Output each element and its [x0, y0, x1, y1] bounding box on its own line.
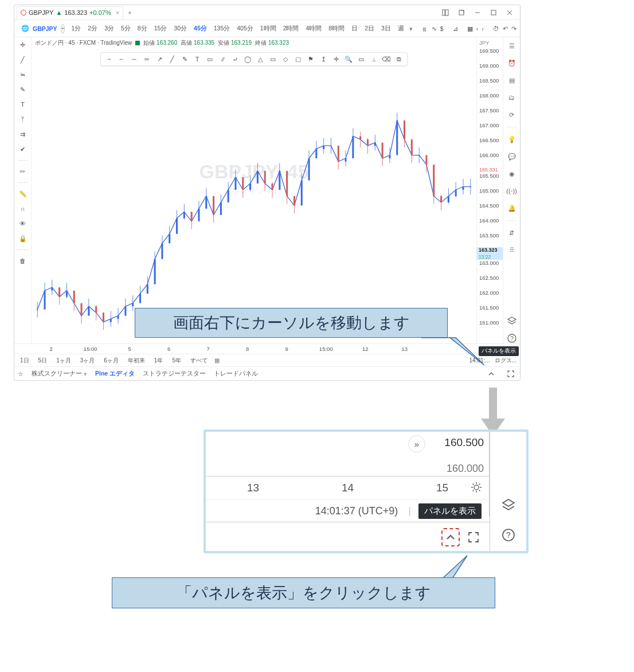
chart-area[interactable]: ポンド／円 · 45 · FXCM · TradingView 始値 163.2…	[32, 37, 476, 343]
flag-icon[interactable]: ⚑	[306, 54, 315, 64]
path-icon[interactable]: ⤾	[230, 54, 240, 64]
star-icon[interactable]: ☆	[18, 370, 24, 377]
new-tab-button[interactable]: +	[123, 9, 136, 16]
fullscreen-icon[interactable]	[505, 369, 516, 379]
tf-2m[interactable]: 2分	[86, 25, 99, 33]
range-5d[interactable]: 5日	[36, 357, 50, 365]
minimize-icon[interactable]	[469, 7, 486, 18]
add-symbol-button[interactable]: +	[61, 24, 65, 33]
pattern-icon[interactable]: ᛘ	[18, 114, 28, 124]
tf-2h[interactable]: 2時間	[281, 25, 301, 33]
indicators-icon[interactable]: ∿	[432, 24, 437, 34]
brush-icon[interactable]: ✎	[18, 84, 28, 95]
range-1d[interactable]: 1日	[18, 357, 32, 365]
alert-icon[interactable]: ⏱	[493, 24, 499, 34]
lock-icon[interactable]: 🔒	[18, 233, 28, 244]
ruler-icon[interactable]: 📏	[18, 189, 28, 199]
compare-icon[interactable]: ⊿	[453, 24, 458, 34]
range-ytd[interactable]: 年初来	[126, 357, 147, 365]
close-tab-icon[interactable]: ×	[116, 9, 119, 16]
rect2-icon[interactable]: ▢	[293, 54, 303, 64]
trendline-icon[interactable]: ╱	[18, 54, 28, 65]
data-icon[interactable]: ⠿	[507, 245, 517, 255]
range-6m[interactable]: 6ヶ月	[101, 357, 121, 365]
tf-3d[interactable]: 3日	[379, 25, 393, 33]
arrow-icon[interactable]: →	[104, 54, 114, 64]
tf-d[interactable]: 日	[350, 25, 359, 33]
dom-icon[interactable]: ⇵	[507, 228, 517, 238]
hline-icon[interactable]: ─	[130, 54, 139, 64]
zoom-icon[interactable]: 🔍	[344, 54, 353, 64]
rect-icon[interactable]: ▭	[268, 54, 277, 64]
eye-icon[interactable]: 👁	[18, 218, 28, 229]
candle-style-icon[interactable]: ⫼	[422, 24, 428, 34]
strategy-tester-tab[interactable]: ストラテジーテスター	[143, 370, 206, 378]
chevron-right-icon[interactable]: ›	[482, 24, 484, 34]
tf-2d[interactable]: 2日	[363, 25, 376, 33]
pencil-icon[interactable]: ✏	[18, 166, 28, 177]
tf-30m[interactable]: 30分	[172, 25, 189, 33]
maximize-icon[interactable]	[486, 7, 502, 18]
trade-panel-tab[interactable]: トレードパネル	[214, 370, 258, 378]
tf-3m[interactable]: 3分	[103, 25, 116, 33]
range-1m[interactable]: 1ヶ月	[54, 357, 73, 365]
alerts-rail-icon[interactable]: ⏰	[507, 58, 517, 68]
ray-icon[interactable]: ↗	[155, 54, 164, 64]
tf-5m[interactable]: 5分	[119, 25, 132, 33]
arrow-left-icon[interactable]: ←	[117, 54, 126, 64]
tf-4h[interactable]: 4時間	[304, 25, 323, 33]
cross-icon[interactable]: ✛	[331, 54, 341, 64]
chart-canvas[interactable]: GBPJPY, 45 ポンド／円	[32, 49, 476, 343]
screener-tab[interactable]: 株式スクリーナー ▾	[32, 370, 87, 378]
range-3m[interactable]: 3ヶ月	[78, 357, 97, 365]
callout-icon[interactable]: ▭	[357, 54, 366, 64]
pine-editor-tab[interactable]: Pine エディタ	[95, 370, 135, 378]
hotlist-icon[interactable]: 🗂	[507, 92, 517, 103]
triangle-icon[interactable]: △	[256, 54, 265, 64]
popout-icon[interactable]	[453, 7, 469, 18]
chevron-left-icon[interactable]: ‹	[476, 24, 479, 34]
tf-405m[interactable]: 405分	[235, 25, 255, 33]
financials-icon[interactable]: $	[440, 24, 444, 34]
browser-tab[interactable]: GBPJPY ▲ 163.323 +0.07% ×	[17, 6, 123, 19]
line-icon[interactable]: ╱	[167, 54, 177, 64]
range-all[interactable]: すべて	[188, 357, 210, 365]
chat-icon[interactable]: 💬	[507, 151, 517, 162]
comment-icon[interactable]: ▭	[205, 54, 214, 64]
watchlist-icon[interactable]: ☰	[507, 41, 517, 51]
tf-45m[interactable]: 45分	[192, 25, 209, 33]
layout-icon[interactable]	[437, 7, 453, 18]
log-scale-text[interactable]: ログス...	[495, 357, 516, 365]
undo-icon[interactable]: ↶	[503, 24, 508, 34]
close-window-icon[interactable]	[502, 7, 518, 18]
zoom-fullscreen-icon[interactable]	[465, 529, 482, 545]
zoom-panel-expand-button[interactable]	[441, 528, 460, 546]
help-icon[interactable]: ?	[507, 333, 517, 343]
parallel-icon[interactable]: ═	[142, 54, 151, 64]
tf-15m[interactable]: 15分	[152, 25, 169, 33]
tf-1h[interactable]: 1時間	[259, 25, 278, 33]
magnet-icon[interactable]: ∩	[18, 204, 28, 214]
erase-icon[interactable]: ⌫	[382, 54, 391, 64]
projection-icon[interactable]: ⇉	[18, 129, 28, 139]
tf-1m[interactable]: 1分	[69, 25, 83, 33]
goto-date-icon[interactable]: ▦	[214, 357, 220, 364]
stream-icon[interactable]: ◉	[507, 169, 517, 179]
tf-w[interactable]: 週	[396, 25, 406, 33]
range-5y[interactable]: 5年	[170, 357, 183, 365]
price-axis[interactable]: JPY 169.500 169.000 168.500 168.000 167.…	[476, 37, 503, 343]
text-tool-icon[interactable]: T	[18, 99, 28, 110]
poly-icon[interactable]: ◇	[281, 54, 290, 64]
range-1y[interactable]: 1年	[152, 357, 166, 365]
zoom-help-icon[interactable]: ?	[500, 527, 516, 543]
layers-icon[interactable]	[507, 316, 517, 326]
ellipse-icon[interactable]: ◯	[243, 54, 252, 64]
notification-icon[interactable]: 🔔	[507, 203, 517, 213]
fib-icon[interactable]: ⫽	[218, 54, 227, 64]
broadcast-icon[interactable]: ((◦))	[507, 186, 517, 196]
calendar-icon[interactable]: ⟳	[507, 110, 517, 120]
long-icon[interactable]: ↥	[319, 54, 328, 64]
more-draw-icon[interactable]: ⧉	[394, 54, 404, 64]
cursor-icon[interactable]: ✛	[18, 40, 28, 50]
sketch-icon[interactable]: ✎	[180, 54, 189, 64]
